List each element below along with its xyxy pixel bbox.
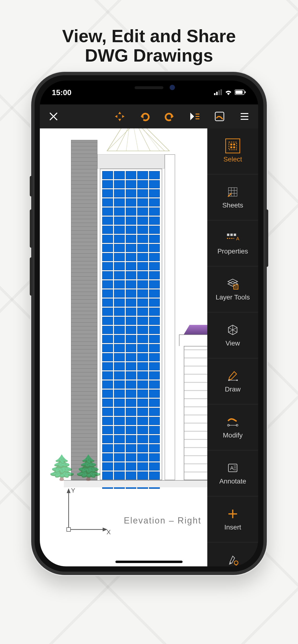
drawing-canvas[interactable]: 🌲🌲 X Y Elevation – Right — [40, 128, 207, 566]
move-button[interactable] — [113, 110, 127, 124]
window — [102, 399, 113, 407]
window — [126, 226, 136, 234]
window — [137, 453, 148, 462]
window — [137, 171, 148, 179]
window — [149, 462, 160, 470]
window — [114, 399, 125, 407]
promo-title: View, Edit and Share DWG Drawings — [0, 26, 298, 66]
window — [126, 472, 136, 480]
undo-button[interactable] — [138, 110, 152, 124]
roof-ornament — [102, 128, 174, 154]
window — [126, 444, 136, 452]
panel-sheets[interactable]: Sheets — [207, 174, 258, 220]
panel-modify[interactable]: Modify — [207, 404, 258, 450]
window — [126, 380, 136, 388]
window — [149, 408, 160, 416]
window — [137, 344, 148, 352]
window — [126, 298, 136, 307]
ucs-axes: X Y — [64, 486, 112, 535]
window — [114, 180, 125, 188]
window — [114, 262, 125, 270]
window — [114, 371, 125, 380]
window — [126, 371, 136, 380]
view-caption: Elevation – Right — [124, 516, 201, 526]
window — [149, 216, 160, 225]
window — [126, 417, 136, 425]
window — [102, 344, 113, 352]
panel-properties[interactable]: A Properties — [207, 220, 258, 266]
window — [137, 290, 148, 298]
window — [126, 235, 136, 243]
panel-draw[interactable]: Draw — [207, 358, 258, 404]
svg-rect-19 — [229, 142, 237, 150]
window — [126, 189, 136, 198]
panel-label: View — [226, 340, 240, 347]
panel-annotate[interactable]: A Annotate — [207, 450, 258, 496]
window — [114, 189, 125, 198]
window — [126, 208, 136, 216]
svg-rect-21 — [233, 144, 235, 146]
window — [137, 235, 148, 243]
window — [102, 298, 113, 307]
window — [149, 226, 160, 234]
home-indicator[interactable] — [115, 560, 183, 563]
svg-rect-22 — [230, 146, 232, 148]
top-toolbar — [40, 104, 258, 128]
low-building — [184, 346, 207, 480]
window — [149, 262, 160, 270]
low-building-cornice — [179, 334, 207, 346]
panel-layer-tools[interactable]: Layer Tools — [207, 266, 258, 312]
window — [114, 344, 125, 352]
svg-text:A: A — [230, 465, 234, 471]
panel-format[interactable]: Format — [207, 542, 258, 566]
quick-access-button[interactable] — [188, 110, 202, 124]
svg-rect-30 — [230, 234, 233, 236]
window — [126, 399, 136, 407]
window — [137, 417, 148, 425]
close-button[interactable] — [47, 110, 60, 124]
redo-button[interactable] — [163, 110, 177, 124]
window — [149, 271, 160, 279]
window — [149, 235, 160, 243]
window — [149, 371, 160, 380]
building-main-facade — [100, 169, 162, 480]
volume-down — [30, 257, 33, 296]
window — [126, 171, 136, 179]
window — [126, 362, 136, 370]
panel-insert[interactable]: Insert — [207, 496, 258, 542]
window — [137, 280, 148, 288]
window — [114, 216, 125, 225]
window — [126, 280, 136, 288]
window — [126, 216, 136, 225]
window — [126, 353, 136, 361]
window — [114, 353, 125, 361]
svg-text:Y: Y — [71, 487, 75, 494]
svg-rect-20 — [230, 144, 232, 146]
building-side-wall — [71, 140, 97, 480]
window — [126, 390, 136, 398]
building-parapet — [97, 154, 165, 169]
window — [102, 326, 113, 334]
window — [137, 244, 148, 252]
window — [137, 262, 148, 270]
window — [137, 317, 148, 325]
svg-text:A: A — [236, 236, 239, 241]
window — [102, 280, 113, 288]
draw-icon — [226, 369, 239, 382]
window — [114, 280, 125, 288]
window — [102, 408, 113, 416]
window — [137, 308, 148, 316]
window — [149, 244, 160, 252]
menu-button[interactable] — [238, 110, 251, 124]
window — [149, 362, 160, 370]
panel-select[interactable]: Select — [207, 128, 258, 174]
window — [137, 408, 148, 416]
svg-point-50 — [234, 561, 238, 565]
window — [102, 435, 113, 443]
window — [102, 426, 113, 434]
trace-button[interactable] — [213, 110, 226, 124]
panel-view[interactable]: View — [207, 312, 258, 358]
mute-switch — [30, 176, 33, 196]
window — [137, 462, 148, 470]
panel-label: Properties — [217, 248, 248, 255]
